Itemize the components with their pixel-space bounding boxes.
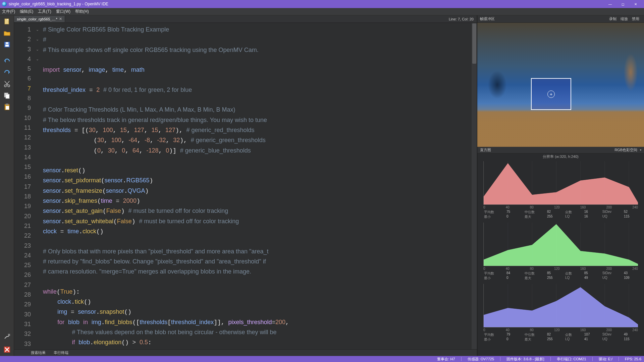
- histogram-r: 04080120160200240平均数75中位数82众数16StDev52最小…: [477, 161, 644, 221]
- histogram-title: 直方图: [480, 147, 491, 153]
- tab-bar: single_color_rgb565_…* ✕ Line: 7, Col: 2…: [14, 15, 477, 23]
- cursor-position: Line: 7, Col: 20: [449, 17, 477, 21]
- status-sensor: 传感器: OV7725: [468, 357, 494, 362]
- connect-icon[interactable]: [2, 332, 12, 341]
- colorspace-dropdown[interactable]: RGB色彩空间: [614, 147, 641, 153]
- record-button[interactable]: 录制: [607, 16, 619, 21]
- code-editor[interactable]: 1234567891011121314151617181920212223242…: [14, 23, 477, 349]
- svg-rect-10: [6, 106, 9, 110]
- menu-edit[interactable]: 编辑(E): [20, 9, 33, 14]
- status-drive: 驱动: E:/: [599, 357, 613, 362]
- histogram-b: 04080120160200240平均数79中位数82众数107StDev49最…: [477, 284, 644, 344]
- status-bar: 董事会: H7 传感器: OV7725 固件版本: 3.6.8 - [最新] 串…: [0, 356, 644, 362]
- menu-tools[interactable]: 工具(T): [38, 9, 51, 14]
- menu-window[interactable]: 窗口(W): [56, 9, 70, 14]
- resolution-label: 分辨率 (w:320, h:240): [477, 154, 644, 160]
- framebuffer-header: 帧缓冲区 录制 缩放 禁用: [477, 15, 644, 23]
- svg-rect-9: [6, 104, 8, 105]
- bottom-panel-tabs: 搜索结果 串行终端: [14, 349, 477, 356]
- tab-serial-terminal[interactable]: 串行终端: [52, 350, 70, 356]
- left-toolbar: [0, 15, 14, 356]
- status-board: 董事会: H7: [437, 357, 455, 362]
- vertical-scrollbar[interactable]: [472, 23, 477, 349]
- minimize-button[interactable]: —: [604, 1, 616, 7]
- status-firmware: 固件版本: 3.6.8 - [最新]: [506, 357, 544, 362]
- disable-button[interactable]: 禁用: [630, 16, 641, 21]
- cut-icon[interactable]: [2, 80, 12, 88]
- menu-help[interactable]: 帮助(H): [75, 9, 89, 14]
- window-title: single_color_rgb565_blob_tracking_1.py -…: [9, 2, 108, 6]
- framebuffer-title: 帧缓冲区: [480, 16, 495, 21]
- new-file-icon[interactable]: [2, 17, 12, 26]
- file-tab[interactable]: single_color_rgb565_…* ✕: [14, 16, 65, 22]
- copy-icon[interactable]: [2, 91, 12, 100]
- right-panel: 帧缓冲区 录制 缩放 禁用 直方图 RGB色彩空间 分辨率 (w:320, h:…: [477, 15, 644, 356]
- open-file-icon[interactable]: [2, 29, 12, 38]
- svg-rect-7: [6, 94, 9, 99]
- status-port: 串行端口: COM21: [557, 357, 586, 362]
- status-fps: FPS: 25.6: [625, 357, 641, 361]
- menu-file[interactable]: 文件(F): [2, 9, 15, 14]
- svg-rect-11: [8, 334, 10, 336]
- svg-rect-2: [5, 45, 9, 47]
- redo-icon[interactable]: [2, 68, 12, 77]
- histogram-g: 04080120160200240平均数84中位数85众数85StDev43最小…: [477, 223, 644, 283]
- app-logo-icon: [2, 2, 7, 6]
- maximize-button[interactable]: ◻: [616, 1, 629, 7]
- zoom-button[interactable]: 缩放: [619, 16, 630, 21]
- undo-icon[interactable]: [2, 57, 12, 66]
- histogram-header: 直方图 RGB色彩空间: [477, 147, 644, 154]
- menu-bar: 文件(F) 编辑(E) 工具(T) 窗口(W) 帮助(H): [0, 8, 644, 15]
- paste-icon[interactable]: [2, 103, 12, 111]
- save-file-icon[interactable]: [2, 40, 12, 49]
- selection-rect[interactable]: [531, 78, 571, 110]
- line-gutter: 1234567891011121314151617181920212223242…: [14, 23, 34, 349]
- framebuffer-view[interactable]: [477, 23, 644, 147]
- code-content[interactable]: # Single Color RGB565 Blob Tracking Exam…: [40, 23, 472, 349]
- tab-close-icon[interactable]: ✕: [59, 17, 62, 21]
- svg-rect-3: [6, 42, 8, 44]
- editor-area: single_color_rgb565_…* ✕ Line: 7, Col: 2…: [14, 15, 477, 356]
- tab-search-results[interactable]: 搜索结果: [30, 350, 47, 356]
- title-bar: single_color_rgb565_blob_tracking_1.py -…: [0, 0, 644, 8]
- close-button[interactable]: ✕: [629, 1, 642, 7]
- stop-icon[interactable]: [2, 345, 12, 354]
- fold-column[interactable]: ⌄⌄⌄⌄: [34, 23, 40, 349]
- tab-label: single_color_rgb565_…*: [17, 17, 57, 21]
